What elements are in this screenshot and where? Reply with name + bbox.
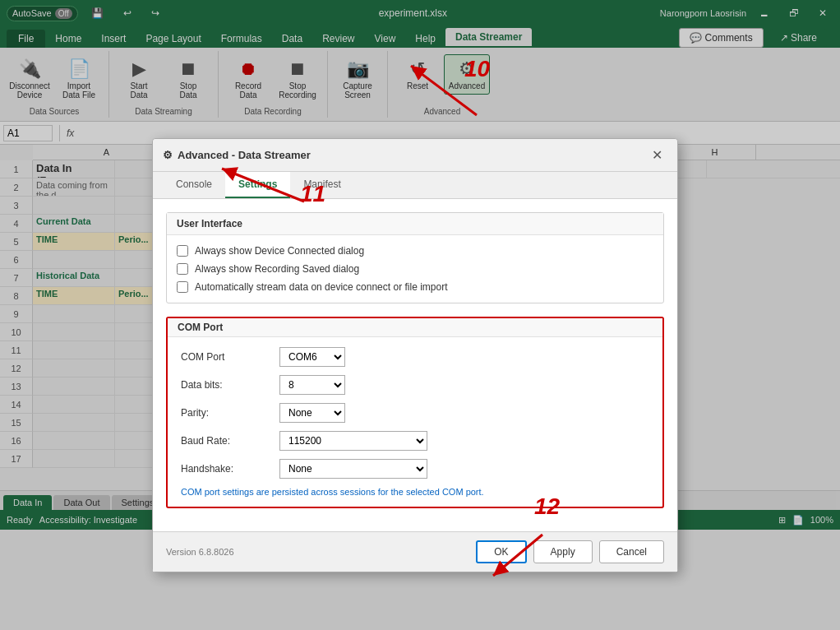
modal-tab-manifest[interactable]: Manifest xyxy=(290,172,353,198)
modal-tab-console[interactable]: Console xyxy=(163,172,225,198)
parity-field-row: Parity: None Even Odd xyxy=(181,403,649,423)
baud-rate-select[interactable]: 115200 9600 57600 xyxy=(279,431,427,451)
com-port-select[interactable]: COM6 COM1 COM3 xyxy=(279,347,345,367)
com-port-note: COM port settings are persisted across s… xyxy=(181,487,649,497)
modal-version: Version 6.8.8026 xyxy=(166,547,234,557)
checkbox-label-2: Always show Recording Saved dialog xyxy=(195,263,359,275)
modal-title: ⚙ Advanced - Data Streamer xyxy=(163,149,311,161)
handshake-label: Handshake: xyxy=(181,463,279,475)
ui-section-title: User Interface xyxy=(167,213,663,235)
modal-tabs: Console Settings Manifest xyxy=(153,172,677,199)
cancel-button[interactable]: Cancel xyxy=(599,540,664,563)
modal-title-text: Advanced - Data Streamer xyxy=(178,149,311,161)
handshake-select[interactable]: None XOnXOff RequestToSend xyxy=(279,459,427,479)
com-port-field-row: COM Port COM6 COM1 COM3 xyxy=(181,347,649,367)
data-bits-select[interactable]: 8 7 xyxy=(279,375,345,395)
annotation-arrow-10 xyxy=(378,49,542,132)
checkbox-label-1: Always show Device Connected dialog xyxy=(195,245,364,257)
data-bits-label: Data bits: xyxy=(181,379,279,391)
user-interface-section: User Interface Always show Device Connec… xyxy=(166,212,664,303)
svg-line-0 xyxy=(411,66,477,115)
modal-title-bar: ⚙ Advanced - Data Streamer ✕ xyxy=(153,139,677,172)
com-port-section: COM Port COM Port COM6 COM1 COM3 Data bi… xyxy=(166,317,664,508)
modal-overlay: ⚙ Advanced - Data Streamer ✕ Console Set… xyxy=(0,0,840,630)
checkbox-row-3: Automatically stream data on device conn… xyxy=(177,281,653,293)
baud-rate-field-row: Baud Rate: 115200 9600 57600 xyxy=(181,431,649,451)
modal-footer: Version 6.8.8026 OK Apply Cancel xyxy=(153,531,677,572)
com-port-body: COM Port COM6 COM1 COM3 Data bits: 8 7 xyxy=(168,337,662,507)
checkbox-row-2: Always show Recording Saved dialog xyxy=(177,263,653,275)
ok-button[interactable]: OK xyxy=(476,540,526,563)
modal-tab-settings[interactable]: Settings xyxy=(225,172,290,198)
parity-select[interactable]: None Even Odd xyxy=(279,403,345,423)
com-port-label: COM Port xyxy=(181,351,279,363)
annotation-number-10: 10 xyxy=(464,56,490,82)
data-bits-field-row: Data bits: 8 7 xyxy=(181,375,649,395)
handshake-field-row: Handshake: None XOnXOff RequestToSend xyxy=(181,459,649,479)
modal-close-button[interactable]: ✕ xyxy=(647,146,667,164)
modal-buttons: OK Apply Cancel xyxy=(476,540,664,563)
checkbox-label-3: Automatically stream data on device conn… xyxy=(195,281,447,293)
advanced-dialog: ⚙ Advanced - Data Streamer ✕ Console Set… xyxy=(152,138,678,572)
checkbox-device-connected[interactable] xyxy=(177,245,188,257)
parity-label: Parity: xyxy=(181,407,279,419)
modal-title-icon: ⚙ xyxy=(163,149,173,161)
checkbox-recording-saved[interactable] xyxy=(177,263,188,275)
apply-button[interactable]: Apply xyxy=(533,540,593,563)
com-port-title: COM Port xyxy=(168,318,662,337)
checkbox-row-1: Always show Device Connected dialog xyxy=(177,245,653,257)
baud-rate-label: Baud Rate: xyxy=(181,435,279,447)
ui-section-body: Always show Device Connected dialog Alwa… xyxy=(167,235,663,303)
modal-content: User Interface Always show Device Connec… xyxy=(153,199,677,531)
checkbox-auto-stream[interactable] xyxy=(177,281,188,293)
